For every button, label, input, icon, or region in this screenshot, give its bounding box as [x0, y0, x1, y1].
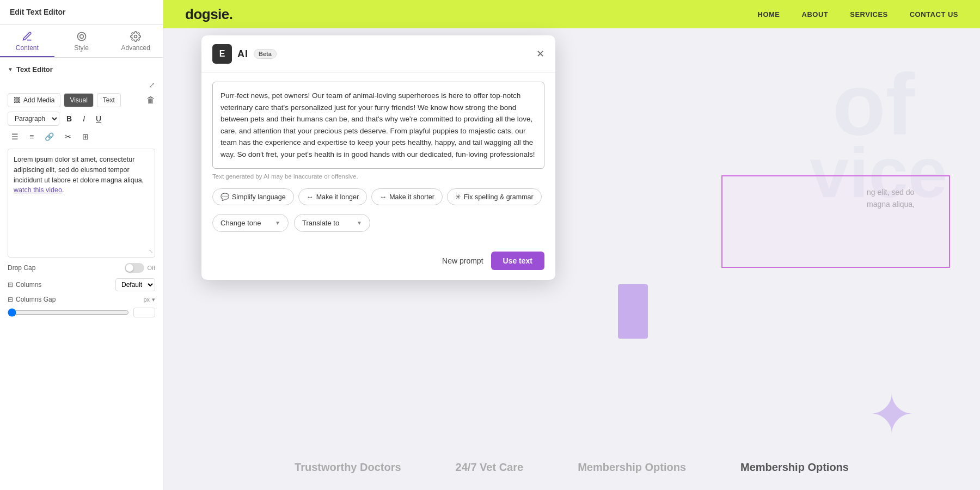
dialog-icon: E — [212, 44, 232, 64]
toggle-track[interactable] — [125, 263, 144, 273]
dialog-body: Purr-fect news, pet owners! Our team of … — [201, 73, 555, 252]
unlink-icon: ✂ — [65, 132, 71, 141]
icon-row: ☰ ≡ 🔗 ✂ ⊞ — [8, 130, 155, 143]
fix-spelling-icon: ✳ — [455, 193, 461, 201]
table-button[interactable]: ⊞ — [78, 130, 93, 143]
toolbar-row: 🖼 Add Media Visual Text 🗑 — [8, 93, 155, 107]
translate-to-dropdown[interactable]: Translate to ▼ — [294, 214, 370, 232]
content-icon — [22, 31, 33, 42]
add-media-label: Add Media — [23, 96, 54, 104]
paragraph-select[interactable]: Paragraph — [8, 112, 59, 126]
footer-labels: Trustworthy Doctors 24/7 Vet Care Member… — [163, 461, 980, 474]
add-media-button[interactable]: 🖼 Add Media — [8, 93, 60, 107]
simplify-label: Simplify language — [232, 193, 286, 201]
change-tone-dropdown[interactable]: Change tone ▼ — [212, 214, 289, 232]
px-arrow: ▾ — [152, 296, 155, 303]
underline-button[interactable]: U — [92, 112, 105, 125]
fix-spelling-label: Fix spelling & grammar — [464, 193, 534, 201]
unlink-button[interactable]: ✂ — [61, 130, 75, 143]
trash-button[interactable]: 🗑 — [146, 95, 155, 105]
drop-cap-label: Drop Cap — [8, 264, 35, 272]
panel-tabs: Content Style Advanced — [0, 24, 163, 58]
star-decoration: ✦ — [869, 383, 915, 446]
format-row: Paragraph B I U — [8, 112, 155, 126]
translate-to-chevron: ▼ — [357, 220, 362, 226]
drop-cap-row: Drop Cap Off — [8, 263, 155, 273]
tab-style[interactable]: Style — [54, 24, 109, 57]
ai-disclaimer: Text generated by AI may be inaccurate o… — [212, 173, 544, 180]
new-prompt-label: New prompt — [442, 256, 483, 265]
link-button[interactable]: 🔗 — [41, 130, 58, 143]
use-text-button[interactable]: Use text — [491, 252, 544, 270]
selection-box — [721, 175, 950, 268]
section-arrow: ▼ — [8, 66, 13, 72]
tab-advanced[interactable]: Advanced — [108, 24, 163, 57]
nav-services[interactable]: SERVICES — [850, 10, 888, 19]
nav-logo: dogsie. — [185, 6, 233, 23]
text-editor-label: Text Editor — [16, 65, 53, 74]
text-button[interactable]: Text — [97, 93, 121, 107]
resize-handle[interactable]: ⤡ — [149, 247, 153, 255]
dropdown-row: Change tone ▼ Translate to ▼ — [212, 214, 544, 232]
columns-gap-slider[interactable] — [8, 308, 129, 317]
beta-badge: Beta — [254, 49, 277, 59]
trash-icon: 🗑 — [146, 95, 155, 105]
top-nav: dogsie. HOME ABOUT SERVICES CONTACT US — [163, 0, 980, 28]
columns-gap-icon: ⊟ — [8, 296, 13, 303]
text-link[interactable]: watch this video — [14, 186, 62, 194]
dialog-footer: New prompt Use text — [201, 252, 555, 280]
add-media-icon: 🖼 — [14, 96, 20, 104]
columns-gap-value[interactable] — [133, 308, 155, 317]
visual-label: Visual — [70, 96, 87, 104]
columns-label: Columns — [16, 281, 41, 289]
tab-content-label: Content — [16, 44, 39, 52]
columns-gap-row: ⊟ Columns Gap px ▾ — [8, 296, 155, 303]
make-shorter-button[interactable]: ↔ Make it shorter — [371, 188, 443, 205]
quick-actions: 💬 Simplify language ↔ Make it longer ↔ M… — [212, 188, 544, 205]
purple-bar — [618, 284, 648, 339]
nav-about[interactable]: ABOUT — [802, 10, 829, 19]
footer-label-3: Membership Options — [740, 461, 849, 474]
left-panel: Edit Text Editor Content Style Advanced … — [0, 0, 163, 490]
px-label: px — [143, 296, 150, 303]
nav-home[interactable]: HOME — [758, 10, 780, 19]
tab-content[interactable]: Content — [0, 24, 54, 57]
ai-dialog: E AI Beta ✕ Purr-fect news, pet owners! … — [201, 35, 555, 280]
columns-gap-label: Columns Gap — [16, 296, 56, 303]
visual-button[interactable]: Visual — [64, 93, 93, 107]
make-longer-button[interactable]: ↔ Make it longer — [298, 188, 367, 205]
tab-style-label: Style — [74, 44, 89, 52]
make-longer-icon: ↔ — [307, 193, 314, 201]
make-shorter-icon: ↔ — [379, 193, 387, 201]
change-tone-label: Change tone — [220, 219, 261, 227]
link-icon: 🔗 — [45, 132, 54, 141]
drop-cap-toggle[interactable]: Off — [125, 263, 155, 273]
footer-label-2: Membership Options — [578, 461, 686, 474]
list-unordered-button[interactable]: ☰ — [8, 130, 22, 143]
panel-title: Edit Text Editor — [10, 8, 65, 16]
dialog-icon-label: E — [219, 49, 225, 59]
nav-contact[interactable]: CONTACT US — [910, 10, 958, 19]
columns-select[interactable]: Default — [115, 278, 155, 291]
footer-label-1: 24/7 Vet Care — [456, 461, 524, 474]
range-row — [8, 308, 155, 317]
ai-text-area[interactable]: Purr-fect news, pet owners! Our team of … — [212, 82, 544, 169]
columns-row: ⊟ Columns Default — [8, 278, 155, 291]
new-prompt-button[interactable]: New prompt — [442, 256, 483, 265]
bold-button[interactable]: B — [63, 112, 76, 125]
main-content: dogsie. HOME ABOUT SERVICES CONTACT US o… — [163, 0, 980, 490]
advanced-icon — [130, 31, 141, 42]
toggle-thumb — [126, 264, 133, 272]
panel-body: ▼ Text Editor ⤢ 🖼 Add Media Visual Text … — [0, 58, 163, 490]
compress-icon[interactable]: ⤢ — [149, 81, 155, 89]
italic-button[interactable]: I — [79, 112, 89, 125]
list-ordered-button[interactable]: ≡ — [26, 130, 38, 143]
tab-advanced-label: Advanced — [121, 44, 150, 52]
text-content-area: Lorem ipsum dolor sit amet, consectetur … — [8, 149, 155, 258]
dialog-header: E AI Beta ✕ — [201, 35, 555, 73]
make-shorter-label: Make it shorter — [389, 193, 434, 201]
dialog-close-button[interactable]: ✕ — [536, 49, 544, 59]
simplify-language-button[interactable]: 💬 Simplify language — [212, 188, 294, 205]
fix-spelling-button[interactable]: ✳ Fix spelling & grammar — [447, 188, 542, 205]
make-longer-label: Make it longer — [316, 193, 359, 201]
